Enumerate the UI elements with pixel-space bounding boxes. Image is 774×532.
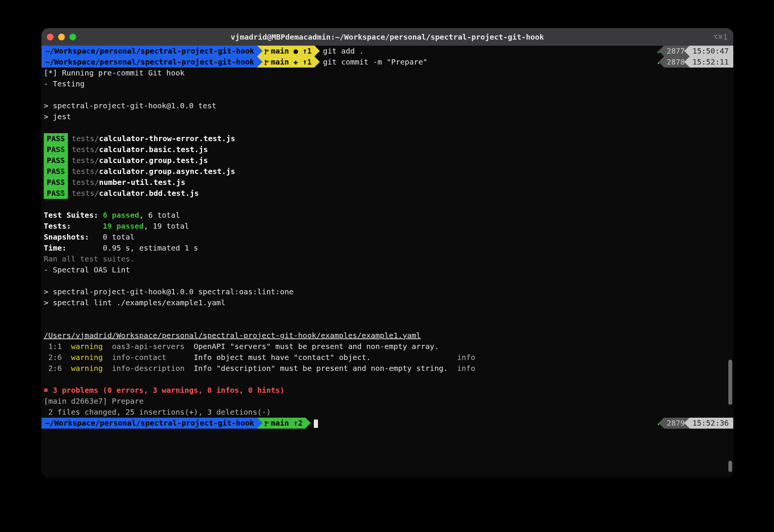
lint-message: Info object must have "contact" object. — [194, 353, 448, 362]
output-line: > spectral lint ./examples/example1.yaml — [41, 297, 733, 308]
prompt-row: ~/Workspace/personal/spectral-project-gi… — [41, 57, 733, 68]
lint-severity: warning — [71, 342, 103, 351]
test-file: calculator.group.async.test.js — [99, 167, 235, 176]
prompt-path-segment: ~/Workspace/personal/spectral-project-gi… — [41, 57, 257, 68]
test-result-line: PASStests/calculator.group.async.test.js — [41, 166, 733, 177]
output-line: > jest — [41, 111, 733, 122]
output-line — [41, 89, 733, 100]
pass-badge: PASS — [44, 188, 68, 199]
close-icon[interactable] — [47, 34, 54, 40]
test-dir: tests/ — [72, 134, 99, 143]
prompt-row: ~/Workspace/personal/spectral-project-gi… — [41, 46, 733, 57]
output-line — [41, 319, 733, 330]
test-file: number-util.test.js — [99, 178, 185, 187]
prompt-branch-segment: main ↑2 — [257, 418, 306, 429]
traffic-lights — [47, 34, 76, 40]
test-file: calculator-throw-error.test.js — [99, 134, 235, 143]
output-line: - Testing — [41, 78, 733, 89]
timestamp: 15:52:11 — [690, 57, 733, 68]
output-line: 2 files changed, 25 insertions(+), 3 del… — [41, 407, 733, 418]
lint-path: info — [448, 353, 475, 362]
test-dir: tests/ — [72, 189, 99, 198]
lint-row: 2:6 warning info-contact Info object mus… — [41, 352, 733, 363]
lint-loc: 2:6 — [44, 364, 71, 373]
git-branch-icon — [265, 46, 271, 57]
prompt-path-segment: ~/Workspace/personal/spectral-project-gi… — [41, 46, 257, 57]
test-dir: tests/ — [72, 167, 99, 176]
lint-row: 1:1 warning oas3-api-servers OpenAPI "se… — [41, 341, 733, 352]
prompt-right-cluster: ✔ 2877 15:50:47 — [657, 46, 733, 57]
summary-line: Time: 0.95 s, estimated 1 s — [41, 243, 733, 254]
timestamp: 15:50:47 — [690, 46, 733, 57]
pass-badge: PASS — [44, 144, 68, 155]
maximize-icon[interactable] — [69, 34, 76, 40]
terminal-body[interactable]: ~/Workspace/personal/spectral-project-gi… — [41, 46, 733, 477]
lint-rule: info-description — [103, 364, 194, 373]
output-line — [41, 122, 733, 133]
prompt-row: ~/Workspace/personal/spectral-project-gi… — [41, 418, 733, 429]
test-file: calculator.basic.test.js — [99, 145, 208, 154]
pass-badge: PASS — [44, 177, 68, 188]
lint-loc: 2:6 — [44, 353, 71, 362]
terminal-window: vjmadrid@MBPdemacadmin:~/Workspace/perso… — [41, 28, 733, 477]
test-dir: tests/ — [72, 156, 99, 165]
output-line — [41, 275, 733, 286]
test-file: calculator.bdd.test.js — [99, 189, 199, 198]
test-result-line: PASStests/calculator.bdd.test.js — [41, 188, 733, 199]
window-title: vjmadrid@MBPdemacadmin:~/Workspace/perso… — [41, 32, 733, 42]
lint-severity: warning — [71, 353, 103, 362]
pass-badge: PASS — [44, 155, 68, 166]
test-result-line: PASStests/number-util.test.js — [41, 177, 733, 188]
summary-line: Test Suites: 6 passed, 6 total — [41, 210, 733, 221]
minimize-icon[interactable] — [58, 34, 65, 40]
prompt-branch-segment: main ● ↑1 — [257, 46, 315, 57]
titlebar: vjmadrid@MBPdemacadmin:~/Workspace/perso… — [41, 28, 733, 46]
lint-rule: oas3-api-servers — [103, 342, 194, 351]
pane-shortcut-label: ⌥⌘1 — [713, 32, 728, 42]
git-branch-icon — [265, 418, 271, 429]
prompt-branch-segment: main ✚ ↑1 — [257, 57, 315, 68]
lint-path: info — [448, 364, 475, 373]
test-file: calculator.group.test.js — [99, 156, 208, 165]
lint-row: 2:6 warning info-description Info "descr… — [41, 363, 733, 374]
lint-file-path: /Users/vjmadrid/Workspace/personal/spect… — [41, 330, 733, 341]
test-dir: tests/ — [72, 178, 99, 187]
output-line — [41, 199, 733, 210]
lint-loc: 1:1 — [44, 342, 71, 351]
test-result-line: PASStests/calculator.group.test.js — [41, 155, 733, 166]
timestamp: 15:52:36 — [690, 418, 733, 429]
test-result-line: PASStests/calculator-throw-error.test.js — [41, 133, 733, 144]
scrollbar-thumb[interactable] — [728, 360, 732, 405]
command-text: git add . — [315, 46, 364, 57]
output-line: > spectral-project-git-hook@1.0.0 spectr… — [41, 286, 733, 297]
git-branch-icon — [265, 57, 271, 68]
output-line — [41, 374, 733, 385]
output-line: > spectral-project-git-hook@1.0.0 test — [41, 100, 733, 111]
output-line — [41, 308, 733, 319]
scrollbar-thumb[interactable] — [728, 461, 732, 472]
prompt-path-segment: ~/Workspace/personal/spectral-project-gi… — [41, 418, 257, 429]
summary-line: Snapshots: 0 total — [41, 232, 733, 243]
test-result-line: PASStests/calculator.basic.test.js — [41, 144, 733, 155]
lint-summary: ✖ 3 problems (0 errors, 3 warnings, 0 in… — [41, 385, 733, 396]
lint-message: Info "description" must be present and n… — [194, 364, 448, 373]
pass-badge: PASS — [44, 133, 68, 144]
command-text: git commit -m "Prepare" — [315, 57, 427, 68]
prompt-right-cluster: ✔ 2878 15:52:11 — [657, 57, 733, 68]
prompt-right-cluster: ✔ 2879 15:52:36 — [657, 418, 733, 429]
lint-rule: info-contact — [103, 353, 194, 362]
output-line: [*] Running pre-commit Git hook — [41, 68, 733, 78]
summary-line: Ran all test suites. — [41, 254, 733, 264]
summary-line: Tests: 19 passed, 19 total — [41, 221, 733, 232]
output-line: [main d2663e7] Prepare — [41, 396, 733, 407]
cursor-icon — [314, 420, 318, 428]
lint-severity: warning — [71, 364, 103, 373]
lint-message: OpenAPI "servers" must be present and no… — [194, 342, 439, 351]
output-line: - Spectral OAS Lint — [41, 264, 733, 275]
pass-badge: PASS — [44, 166, 68, 177]
test-dir: tests/ — [72, 145, 99, 154]
